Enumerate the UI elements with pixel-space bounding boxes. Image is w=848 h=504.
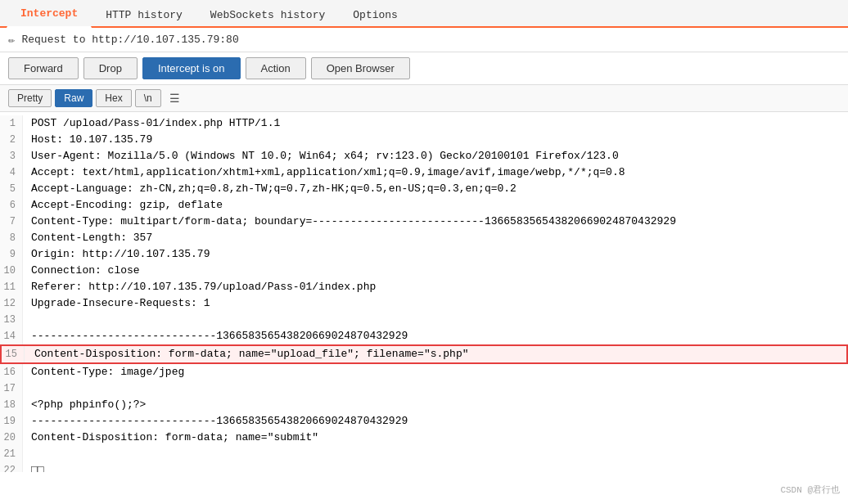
line-content: Content-Disposition: form-data; name="su… [23,430,318,446]
btn-intercept-is-on[interactable]: Intercept is on [142,57,241,79]
view-btn-hex[interactable]: Hex [96,89,131,107]
line-content: Accept-Encoding: gzip, deflate [23,197,223,214]
http-line-20: 20Content-Disposition: form-data; name="… [0,430,848,446]
btn-drop[interactable]: Drop [83,57,138,79]
line-content: Content-Disposition: form-data; name="up… [25,346,469,362]
line-number: 11 [0,279,23,295]
http-line-19: 19-----------------------------136658356… [0,413,848,430]
pencil-icon: ✏ [8,33,15,47]
line-number: 15 [2,346,25,362]
tab-options[interactable]: Options [339,2,412,28]
http-line-22: 22□□ [0,462,848,472]
http-line-9: 9Origin: http://10.107.135.79 [0,246,848,263]
line-number: 19 [0,413,23,430]
view-btn-raw[interactable]: Raw [55,89,92,107]
line-content: □□ [23,462,44,472]
http-line-11: 11Referer: http://10.107.135.79/upload/P… [0,279,848,295]
http-content: 1POST /upload/Pass-01/index.php HTTP/1.1… [0,112,848,472]
line-content [23,446,31,462]
btn-open-browser[interactable]: Open Browser [311,57,410,79]
line-content: Content-Length: 357 [23,230,152,246]
tab-bar: InterceptHTTP historyWebSockets historyO… [0,0,848,28]
line-number: 21 [0,446,23,462]
http-line-14: 14-----------------------------136658356… [0,328,848,344]
http-line-1: 1POST /upload/Pass-01/index.php HTTP/1.1 [0,115,848,132]
tab-http-history[interactable]: HTTP history [92,2,196,28]
http-line-10: 10Connection: close [0,263,848,279]
http-line-16: 16Content-Type: image/jpeg [0,364,848,380]
http-line-6: 6Accept-Encoding: gzip, deflate [0,197,848,214]
line-content: POST /upload/Pass-01/index.php HTTP/1.1 [23,115,280,132]
line-number: 13 [0,312,23,328]
line-number: 20 [0,430,23,446]
line-content [23,312,31,328]
action-bar: ForwardDropIntercept is onActionOpen Bro… [0,52,848,85]
line-content: Referer: http://10.107.135.79/upload/Pas… [23,279,376,295]
line-number: 10 [0,263,23,279]
tab-intercept[interactable]: Intercept [7,0,92,28]
line-number: 9 [0,246,23,263]
line-content: User-Agent: Mozilla/5.0 (Windows NT 10.0… [23,148,619,164]
http-line-5: 5Accept-Language: zh-CN,zh;q=0.8,zh-TW;q… [0,181,848,197]
http-line-8: 8Content-Length: 357 [0,230,848,246]
line-content: Content-Type: multipart/form-data; bound… [23,214,676,230]
line-content: <?php phpinfo();?> [23,397,146,413]
http-line-2: 2Host: 10.107.135.79 [0,132,848,148]
line-number: 2 [0,132,23,148]
line-content: Accept: text/html,application/xhtml+xml,… [23,164,625,181]
line-number: 5 [0,181,23,197]
url-bar: ✏ Request to http://10.107.135.79:80 [0,28,848,52]
line-number: 12 [0,295,23,312]
http-line-21: 21 [0,446,848,462]
line-content: Accept-Language: zh-CN,zh;q=0.8,zh-TW;q=… [23,181,516,197]
line-number: 14 [0,328,23,344]
tab-websockets-history[interactable]: WebSockets history [196,2,339,28]
http-line-12: 12Upgrade-Insecure-Requests: 1 [0,295,848,312]
url-text: Request to http://10.107.135.79:80 [21,34,238,46]
http-line-3: 3User-Agent: Mozilla/5.0 (Windows NT 10.… [0,148,848,164]
btn-forward[interactable]: Forward [8,57,79,79]
line-number: 8 [0,230,23,246]
line-number: 16 [0,364,23,380]
btn-action[interactable]: Action [246,57,306,79]
line-number: 17 [0,380,23,397]
line-number: 3 [0,148,23,164]
line-content: -----------------------------13665835654… [23,413,408,430]
line-content: Origin: http://10.107.135.79 [23,246,210,263]
http-line-18: 18<?php phpinfo();?> [0,397,848,413]
line-number: 18 [0,397,23,413]
view-btn-pretty[interactable]: Pretty [8,89,52,107]
http-line-13: 13 [0,312,848,328]
line-content: Host: 10.107.135.79 [23,132,152,148]
http-line-7: 7Content-Type: multipart/form-data; boun… [0,214,848,230]
view-btn-n[interactable]: \n [135,89,161,107]
http-line-4: 4Accept: text/html,application/xhtml+xml… [0,164,848,181]
line-content: Content-Type: image/jpeg [23,364,184,380]
line-content [23,380,31,397]
line-number: 6 [0,197,23,214]
view-bar: PrettyRawHex\n☰ [0,85,848,112]
line-content: Connection: close [23,263,140,279]
line-number: 22 [0,462,23,472]
line-number: 4 [0,164,23,181]
line-content: -----------------------------13665835654… [23,328,408,344]
http-line-15: 15Content-Disposition: form-data; name="… [0,344,848,364]
menu-icon[interactable]: ☰ [169,92,180,106]
line-number: 7 [0,214,23,230]
line-number: 1 [0,115,23,132]
http-line-17: 17 [0,380,848,397]
line-content: Upgrade-Insecure-Requests: 1 [23,295,210,312]
